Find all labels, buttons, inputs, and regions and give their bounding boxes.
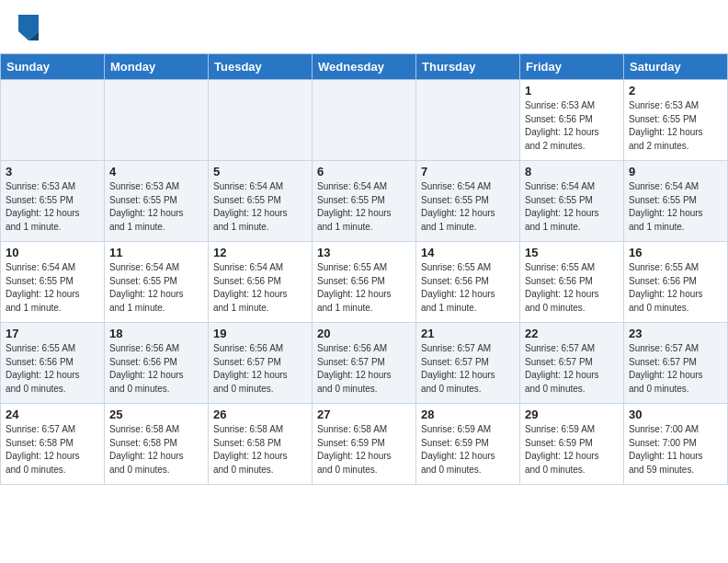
day-info: Sunrise: 6:54 AMSunset: 6:55 PMDaylight:…	[317, 180, 411, 234]
day-info: Sunrise: 6:58 AMSunset: 6:59 PMDaylight:…	[317, 423, 411, 477]
day-info: Sunrise: 6:58 AMSunset: 6:58 PMDaylight:…	[109, 423, 203, 477]
weekday-header: Friday	[520, 54, 624, 80]
day-info: Sunrise: 6:57 AMSunset: 6:57 PMDaylight:…	[629, 342, 722, 396]
calendar-cell: 26Sunrise: 6:58 AMSunset: 6:58 PMDayligh…	[209, 404, 313, 485]
day-number: 8	[525, 165, 619, 178]
calendar-cell: 11Sunrise: 6:54 AMSunset: 6:55 PMDayligh…	[105, 242, 209, 323]
day-number: 1	[525, 84, 619, 98]
calendar-cell: 15Sunrise: 6:55 AMSunset: 6:56 PMDayligh…	[520, 242, 624, 323]
day-info: Sunrise: 6:59 AMSunset: 6:59 PMDaylight:…	[421, 423, 515, 477]
day-info: Sunrise: 6:53 AMSunset: 6:55 PMDaylight:…	[6, 180, 99, 234]
calendar-cell: 13Sunrise: 6:55 AMSunset: 6:56 PMDayligh…	[313, 242, 416, 323]
day-info: Sunrise: 6:54 AMSunset: 6:55 PMDaylight:…	[525, 180, 619, 234]
calendar-cell: 24Sunrise: 6:57 AMSunset: 6:58 PMDayligh…	[1, 404, 105, 485]
day-info: Sunrise: 6:57 AMSunset: 6:57 PMDaylight:…	[525, 342, 619, 396]
calendar-week-row: 1Sunrise: 6:53 AMSunset: 6:56 PMDaylight…	[1, 80, 728, 161]
day-number: 15	[525, 246, 619, 259]
day-info: Sunrise: 6:55 AMSunset: 6:56 PMDaylight:…	[317, 261, 411, 315]
day-info: Sunrise: 6:54 AMSunset: 6:55 PMDaylight:…	[213, 180, 307, 234]
day-info: Sunrise: 6:53 AMSunset: 6:55 PMDaylight:…	[109, 180, 203, 234]
day-number: 19	[213, 327, 307, 340]
calendar-cell: 17Sunrise: 6:55 AMSunset: 6:56 PMDayligh…	[1, 323, 105, 404]
day-info: Sunrise: 6:56 AMSunset: 6:57 PMDaylight:…	[317, 342, 411, 396]
calendar-cell: 28Sunrise: 6:59 AMSunset: 6:59 PMDayligh…	[416, 404, 520, 485]
day-info: Sunrise: 6:54 AMSunset: 6:55 PMDaylight:…	[6, 261, 99, 315]
day-number: 25	[109, 408, 203, 421]
day-number: 5	[213, 165, 307, 178]
day-info: Sunrise: 6:57 AMSunset: 6:57 PMDaylight:…	[421, 342, 515, 396]
weekday-header-row: SundayMondayTuesdayWednesdayThursdayFrid…	[1, 54, 728, 80]
day-info: Sunrise: 6:54 AMSunset: 6:55 PMDaylight:…	[421, 180, 515, 234]
day-number: 16	[629, 246, 722, 259]
calendar-cell: 19Sunrise: 6:56 AMSunset: 6:57 PMDayligh…	[209, 323, 313, 404]
day-info: Sunrise: 6:53 AMSunset: 6:56 PMDaylight:…	[525, 99, 619, 153]
day-info: Sunrise: 6:55 AMSunset: 6:56 PMDaylight:…	[421, 261, 515, 315]
weekday-header: Thursday	[416, 54, 520, 80]
day-number: 10	[6, 246, 99, 259]
day-number: 18	[109, 327, 203, 340]
day-number: 13	[317, 246, 411, 259]
day-number: 29	[525, 408, 619, 421]
calendar-cell	[209, 80, 313, 161]
day-number: 21	[421, 327, 515, 340]
day-info: Sunrise: 6:56 AMSunset: 6:56 PMDaylight:…	[109, 342, 203, 396]
day-number: 11	[109, 246, 203, 259]
day-number: 27	[317, 408, 411, 421]
day-info: Sunrise: 6:54 AMSunset: 6:55 PMDaylight:…	[629, 180, 722, 234]
calendar-cell: 9Sunrise: 6:54 AMSunset: 6:55 PMDaylight…	[624, 161, 728, 242]
day-info: Sunrise: 6:59 AMSunset: 6:59 PMDaylight:…	[525, 423, 619, 477]
day-info: Sunrise: 6:55 AMSunset: 6:56 PMDaylight:…	[525, 261, 619, 315]
day-info: Sunrise: 6:55 AMSunset: 6:56 PMDaylight:…	[6, 342, 99, 396]
day-number: 26	[213, 408, 307, 421]
day-number: 20	[317, 327, 411, 340]
day-info: Sunrise: 6:55 AMSunset: 6:56 PMDaylight:…	[629, 261, 722, 315]
calendar-cell	[313, 80, 416, 161]
calendar-cell: 10Sunrise: 6:54 AMSunset: 6:55 PMDayligh…	[1, 242, 105, 323]
header	[0, 0, 728, 50]
weekday-header: Wednesday	[313, 54, 416, 80]
calendar-week-row: 17Sunrise: 6:55 AMSunset: 6:56 PMDayligh…	[1, 323, 728, 404]
day-info: Sunrise: 6:57 AMSunset: 6:58 PMDaylight:…	[6, 423, 99, 477]
calendar-cell: 8Sunrise: 6:54 AMSunset: 6:55 PMDaylight…	[520, 161, 624, 242]
calendar-cell: 23Sunrise: 6:57 AMSunset: 6:57 PMDayligh…	[624, 323, 728, 404]
calendar-cell: 3Sunrise: 6:53 AMSunset: 6:55 PMDaylight…	[1, 161, 105, 242]
weekday-header: Sunday	[1, 54, 105, 80]
weekday-header: Monday	[105, 54, 209, 80]
day-info: Sunrise: 6:53 AMSunset: 6:55 PMDaylight:…	[629, 99, 722, 153]
day-number: 30	[629, 408, 722, 421]
calendar-cell: 22Sunrise: 6:57 AMSunset: 6:57 PMDayligh…	[520, 323, 624, 404]
day-number: 14	[421, 246, 515, 259]
weekday-header: Tuesday	[209, 54, 313, 80]
page: SundayMondayTuesdayWednesdayThursdayFrid…	[0, 0, 728, 485]
day-number: 24	[6, 408, 99, 421]
day-info: Sunrise: 6:56 AMSunset: 6:57 PMDaylight:…	[213, 342, 307, 396]
calendar-week-row: 3Sunrise: 6:53 AMSunset: 6:55 PMDaylight…	[1, 161, 728, 242]
calendar-cell	[416, 80, 520, 161]
calendar-cell: 6Sunrise: 6:54 AMSunset: 6:55 PMDaylight…	[313, 161, 416, 242]
day-number: 6	[317, 165, 411, 178]
calendar-cell	[1, 80, 105, 161]
calendar-cell: 16Sunrise: 6:55 AMSunset: 6:56 PMDayligh…	[624, 242, 728, 323]
day-info: Sunrise: 6:54 AMSunset: 6:56 PMDaylight:…	[213, 261, 307, 315]
weekday-header: Saturday	[624, 54, 728, 80]
day-number: 28	[421, 408, 515, 421]
calendar-cell	[105, 80, 209, 161]
calendar-cell: 21Sunrise: 6:57 AMSunset: 6:57 PMDayligh…	[416, 323, 520, 404]
logo	[18, 17, 42, 40]
day-info: Sunrise: 6:54 AMSunset: 6:55 PMDaylight:…	[109, 261, 203, 315]
day-number: 12	[213, 246, 307, 259]
calendar-cell: 25Sunrise: 6:58 AMSunset: 6:58 PMDayligh…	[105, 404, 209, 485]
calendar-cell: 14Sunrise: 6:55 AMSunset: 6:56 PMDayligh…	[416, 242, 520, 323]
day-number: 23	[629, 327, 722, 340]
day-info: Sunrise: 7:00 AMSunset: 7:00 PMDaylight:…	[629, 423, 722, 477]
calendar-cell: 1Sunrise: 6:53 AMSunset: 6:56 PMDaylight…	[520, 80, 624, 161]
calendar-cell: 27Sunrise: 6:58 AMSunset: 6:59 PMDayligh…	[313, 404, 416, 485]
calendar-cell: 18Sunrise: 6:56 AMSunset: 6:56 PMDayligh…	[105, 323, 209, 404]
day-number: 4	[109, 165, 203, 178]
day-number: 17	[6, 327, 99, 340]
calendar-week-row: 10Sunrise: 6:54 AMSunset: 6:55 PMDayligh…	[1, 242, 728, 323]
calendar-cell: 20Sunrise: 6:56 AMSunset: 6:57 PMDayligh…	[313, 323, 416, 404]
calendar-cell: 7Sunrise: 6:54 AMSunset: 6:55 PMDaylight…	[416, 161, 520, 242]
calendar: SundayMondayTuesdayWednesdayThursdayFrid…	[0, 53, 728, 485]
calendar-cell: 4Sunrise: 6:53 AMSunset: 6:55 PMDaylight…	[105, 161, 209, 242]
